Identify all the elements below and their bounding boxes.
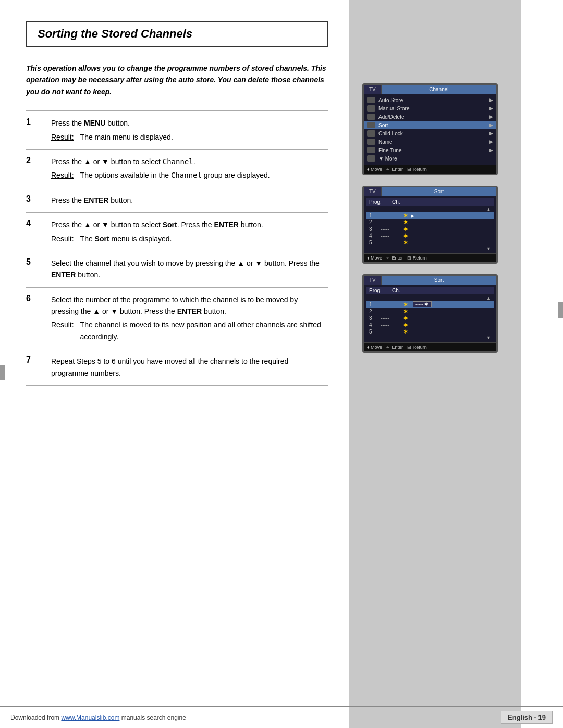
menu-icon [367, 155, 375, 162]
step-number-7: 7 [26, 349, 47, 386]
sort-row-5: 5 ----- ✱ [366, 239, 494, 246]
menu-icon [367, 97, 375, 103]
sort3-down-arrow: ▼ [366, 335, 494, 340]
step-result-row: Result:The options available in the Chan… [51, 169, 324, 181]
footer-move: ♦ Move [367, 344, 382, 350]
step-instruction: Repeat Steps 5 to 6 until you have moved… [51, 355, 324, 379]
menu-row-finetune: Fine Tune ▶ [364, 146, 496, 154]
sort-up-arrow: ▲ [366, 207, 494, 212]
step-content-1: Press the MENU button.Result:The main me… [47, 111, 328, 150]
screen3-title: Sort [382, 276, 496, 285]
footer-left: Downloaded from www.Manualslib.com manua… [10, 714, 186, 721]
footer-right: English - 19 [501, 711, 553, 724]
sort-row-2: 2 ----- ✱ [366, 219, 494, 226]
sort-down-arrow: ▼ [366, 246, 494, 251]
step-instruction: Press the ▲ or ▼ button to select Sort. … [51, 219, 324, 230]
screen3-prog-header: Prog. Ch. [366, 287, 494, 294]
step-row-7: 7Repeat Steps 5 to 6 until you have move… [26, 349, 328, 386]
screen2-prog-header: Prog. Ch. [366, 198, 494, 206]
menu-icon [367, 147, 375, 153]
menu-icon [367, 139, 375, 145]
step-number-6: 6 [26, 287, 47, 349]
screen2-tv-label: TV [364, 187, 382, 196]
screen1-tv-label: TV [364, 85, 382, 94]
step-content-6: Select the number of the programme to wh… [47, 287, 328, 349]
screen2-title: Sort [382, 187, 496, 196]
sort3-row-4: 4 ----- ✱ [366, 322, 494, 328]
menu-row-name: Name ▶ [364, 138, 496, 146]
screen3-body: Prog. Ch. ▲ 1 ----- ✱ ----- ✱ 2 ----- ✱ … [364, 285, 496, 342]
result-text: The main menu is displayed. [80, 131, 173, 143]
steps-table: 1Press the MENU button.Result:The main m… [26, 110, 328, 386]
step-number-3: 3 [26, 188, 47, 212]
result-label: Result: [51, 233, 74, 244]
step-content-3: Press the ENTER button. [47, 188, 328, 212]
footer-move: ♦ Move [367, 255, 382, 261]
menu-icon [367, 130, 375, 137]
screen2-footer: ♦ Move ↵ Enter ⊞ Return [364, 253, 496, 262]
page-wrapper: Sorting the Stored Channels This operati… [0, 0, 563, 728]
menu-icon [367, 105, 375, 112]
step-instruction: Select the number of the programme to wh… [51, 294, 324, 317]
step-row-2: 2Press the ▲ or ▼ button to select Chann… [26, 149, 328, 188]
step-instruction: Press the ▲ or ▼ button to select Channe… [51, 156, 324, 167]
content-area: Sorting the Stored Channels This operati… [0, 0, 349, 728]
footer-enter: ↵ Enter [386, 255, 403, 261]
footer-return: ⊞ Return [407, 167, 427, 172]
step-row-1: 1Press the MENU button.Result:The main m… [26, 111, 328, 150]
step-content-4: Press the ▲ or ▼ button to select Sort. … [47, 213, 328, 251]
result-text: The channel is moved to its new position… [80, 319, 324, 342]
step-number-5: 5 [26, 251, 47, 287]
side-mark-right [558, 302, 563, 318]
step-content-7: Repeat Steps 5 to 6 until you have moved… [47, 349, 328, 386]
menu-row-adddelete: Add/Delete ▶ [364, 113, 496, 121]
step-instruction: Press the MENU button. [51, 117, 324, 129]
sort3-row-2: 2 ----- ✱ [366, 308, 494, 315]
sidebar: TV Channel Auto Store ▶ Manual Store ▶ A… [349, 0, 521, 728]
screen2-body: Prog. Ch. ▲ 1 ----- ✱ ▶ 2 ----- ✱ 3 -- [364, 196, 496, 253]
step-result-row: Result:The channel is moved to its new p… [51, 319, 324, 342]
step-number-2: 2 [26, 149, 47, 188]
step-row-3: 3Press the ENTER button. [26, 188, 328, 212]
menu-row-manualstore: Manual Store ▶ [364, 104, 496, 113]
footer-return: ⊞ Return [407, 344, 427, 350]
result-label: Result: [51, 319, 74, 342]
tv-screen-3: TV Sort Prog. Ch. ▲ 1 ----- ✱ ----- ✱ 2 … [362, 274, 498, 353]
step-row-5: 5Select the channel that you wish to mov… [26, 251, 328, 287]
footer-link[interactable]: www.Manualslib.com [61, 714, 119, 721]
step-instruction: Select the channel that you wish to move… [51, 257, 324, 281]
step-number-1: 1 [26, 111, 47, 150]
menu-icon [367, 114, 375, 120]
result-text: The Sort menu is displayed. [80, 233, 172, 244]
tv-screen-1: TV Channel Auto Store ▶ Manual Store ▶ A… [362, 83, 498, 175]
sort3-row-5: 5 ----- ✱ [366, 328, 494, 335]
footer-suffix: manuals search engine [119, 714, 186, 721]
step-result-row: Result:The Sort menu is displayed. [51, 233, 324, 244]
footer-return: ⊞ Return [407, 255, 427, 261]
step-instruction: Press the ENTER button. [51, 194, 324, 206]
title-box: Sorting the Stored Channels [26, 21, 328, 47]
result-label: Result: [51, 169, 74, 181]
screen1-title: Channel [382, 85, 496, 94]
sort-row-4: 4 ----- ✱ [366, 232, 494, 239]
step-row-4: 4Press the ▲ or ▼ button to select Sort.… [26, 213, 328, 251]
step-row-6: 6Select the number of the programme to w… [26, 287, 328, 349]
screen2-header: TV Sort [364, 187, 496, 196]
step-content-5: Select the channel that you wish to move… [47, 251, 328, 287]
menu-row-childlock: Child Lock ▶ [364, 129, 496, 138]
result-label: Result: [51, 131, 74, 143]
sort3-row-3: 3 ----- ✱ [366, 315, 494, 322]
screen1-menu: Auto Store ▶ Manual Store ▶ Add/Delete ▶… [364, 94, 496, 165]
screen3-header: TV Sort [364, 276, 496, 285]
intro-paragraph: This operation allows you to change the … [26, 63, 328, 97]
menu-row-more: ▼ More [364, 154, 496, 163]
screen3-tv-label: TV [364, 276, 382, 285]
step-content-2: Press the ▲ or ▼ button to select Channe… [47, 149, 328, 188]
screen3-footer: ♦ Move ↵ Enter ⊞ Return [364, 342, 496, 351]
footer-download-text: Downloaded from [10, 714, 61, 721]
sort3-row-1: 1 ----- ✱ ----- ✱ [366, 301, 494, 308]
step-number-4: 4 [26, 213, 47, 251]
side-mark-left [0, 365, 5, 380]
menu-row-sort: Sort ▶ [364, 121, 496, 129]
sort-row-3: 3 ----- ✱ [366, 226, 494, 232]
